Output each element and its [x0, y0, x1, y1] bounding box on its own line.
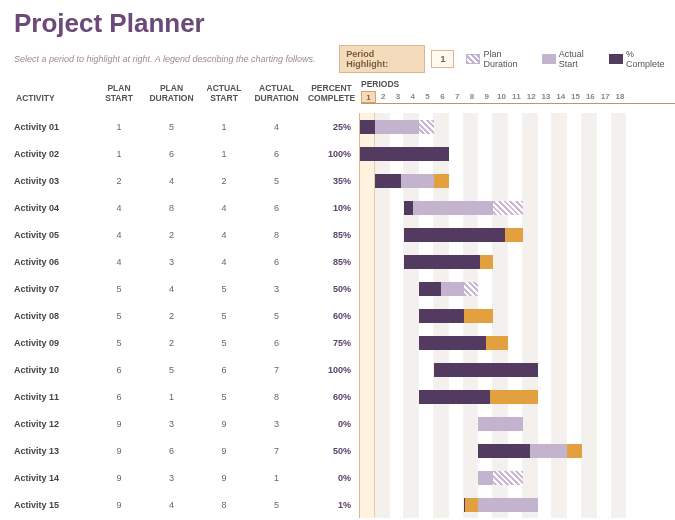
period-number[interactable]: 3	[391, 91, 406, 103]
activity-name[interactable]: Activity 13	[14, 437, 94, 464]
actual-duration-cell[interactable]: 5	[249, 302, 304, 329]
plan-start-cell[interactable]: 9	[94, 464, 144, 491]
percent-complete-cell[interactable]: 1%	[304, 491, 359, 518]
activity-name[interactable]: Activity 15	[14, 491, 94, 518]
plan-duration-cell[interactable]: 3	[144, 248, 199, 275]
actual-duration-cell[interactable]: 6	[249, 329, 304, 356]
activity-name[interactable]: Activity 02	[14, 140, 94, 167]
actual-start-cell[interactable]: 5	[199, 302, 249, 329]
period-number[interactable]: 13	[539, 91, 554, 103]
actual-duration-cell[interactable]: 1	[249, 464, 304, 491]
plan-duration-cell[interactable]: 2	[144, 221, 199, 248]
period-number[interactable]: 14	[553, 91, 568, 103]
plan-start-cell[interactable]: 1	[94, 113, 144, 140]
percent-complete-cell[interactable]: 50%	[304, 275, 359, 302]
percent-complete-cell[interactable]: 60%	[304, 302, 359, 329]
plan-start-cell[interactable]: 9	[94, 437, 144, 464]
actual-duration-cell[interactable]: 8	[249, 383, 304, 410]
percent-complete-cell[interactable]: 60%	[304, 383, 359, 410]
activity-name[interactable]: Activity 11	[14, 383, 94, 410]
actual-start-cell[interactable]: 1	[199, 140, 249, 167]
period-number[interactable]: 15	[568, 91, 583, 103]
actual-start-cell[interactable]: 9	[199, 410, 249, 437]
plan-duration-cell[interactable]: 3	[144, 410, 199, 437]
actual-duration-cell[interactable]: 6	[249, 140, 304, 167]
actual-start-cell[interactable]: 4	[199, 221, 249, 248]
percent-complete-cell[interactable]: 75%	[304, 329, 359, 356]
plan-duration-cell[interactable]: 2	[144, 302, 199, 329]
percent-complete-cell[interactable]: 100%	[304, 356, 359, 383]
actual-start-cell[interactable]: 5	[199, 275, 249, 302]
percent-complete-cell[interactable]: 85%	[304, 221, 359, 248]
activity-name[interactable]: Activity 14	[14, 464, 94, 491]
actual-start-cell[interactable]: 6	[199, 356, 249, 383]
actual-duration-cell[interactable]: 4	[249, 113, 304, 140]
actual-start-cell[interactable]: 9	[199, 464, 249, 491]
activity-name[interactable]: Activity 12	[14, 410, 94, 437]
percent-complete-cell[interactable]: 0%	[304, 410, 359, 437]
plan-start-cell[interactable]: 4	[94, 221, 144, 248]
plan-duration-cell[interactable]: 1	[144, 383, 199, 410]
actual-start-cell[interactable]: 4	[199, 194, 249, 221]
plan-start-cell[interactable]: 5	[94, 275, 144, 302]
activity-name[interactable]: Activity 08	[14, 302, 94, 329]
actual-duration-cell[interactable]: 6	[249, 194, 304, 221]
actual-duration-cell[interactable]: 7	[249, 356, 304, 383]
plan-start-cell[interactable]: 2	[94, 167, 144, 194]
actual-duration-cell[interactable]: 3	[249, 410, 304, 437]
actual-start-cell[interactable]: 5	[199, 383, 249, 410]
plan-duration-cell[interactable]: 2	[144, 329, 199, 356]
period-number[interactable]: 17	[598, 91, 613, 103]
activity-name[interactable]: Activity 03	[14, 167, 94, 194]
plan-start-cell[interactable]: 6	[94, 356, 144, 383]
activity-name[interactable]: Activity 07	[14, 275, 94, 302]
plan-start-cell[interactable]: 4	[94, 248, 144, 275]
period-number[interactable]: 12	[524, 91, 539, 103]
period-number[interactable]: 18	[613, 91, 628, 103]
activity-name[interactable]: Activity 05	[14, 221, 94, 248]
period-number[interactable]: 16	[583, 91, 598, 103]
plan-duration-cell[interactable]: 8	[144, 194, 199, 221]
actual-start-cell[interactable]: 8	[199, 491, 249, 518]
plan-start-cell[interactable]: 5	[94, 302, 144, 329]
actual-start-cell[interactable]: 1	[199, 113, 249, 140]
actual-duration-cell[interactable]: 5	[249, 167, 304, 194]
plan-duration-cell[interactable]: 4	[144, 167, 199, 194]
activity-name[interactable]: Activity 06	[14, 248, 94, 275]
actual-duration-cell[interactable]: 5	[249, 491, 304, 518]
period-number[interactable]: 6	[435, 91, 450, 103]
activity-name[interactable]: Activity 01	[14, 113, 94, 140]
period-number[interactable]: 9	[479, 91, 494, 103]
actual-start-cell[interactable]: 2	[199, 167, 249, 194]
actual-start-cell[interactable]: 9	[199, 437, 249, 464]
period-number[interactable]: 8	[465, 91, 480, 103]
plan-duration-cell[interactable]: 4	[144, 275, 199, 302]
period-number[interactable]: 7	[450, 91, 465, 103]
percent-complete-cell[interactable]: 35%	[304, 167, 359, 194]
plan-start-cell[interactable]: 5	[94, 329, 144, 356]
percent-complete-cell[interactable]: 25%	[304, 113, 359, 140]
period-number[interactable]: 1	[361, 91, 376, 103]
percent-complete-cell[interactable]: 10%	[304, 194, 359, 221]
activity-name[interactable]: Activity 04	[14, 194, 94, 221]
plan-start-cell[interactable]: 4	[94, 194, 144, 221]
period-number[interactable]: 5	[420, 91, 435, 103]
period-number[interactable]: 4	[405, 91, 420, 103]
plan-duration-cell[interactable]: 4	[144, 491, 199, 518]
plan-duration-cell[interactable]: 5	[144, 113, 199, 140]
plan-start-cell[interactable]: 9	[94, 491, 144, 518]
actual-duration-cell[interactable]: 7	[249, 437, 304, 464]
plan-start-cell[interactable]: 1	[94, 140, 144, 167]
actual-start-cell[interactable]: 4	[199, 248, 249, 275]
percent-complete-cell[interactable]: 100%	[304, 140, 359, 167]
period-highlight-input[interactable]: 1	[431, 50, 454, 68]
plan-start-cell[interactable]: 6	[94, 383, 144, 410]
percent-complete-cell[interactable]: 50%	[304, 437, 359, 464]
period-number[interactable]: 10	[494, 91, 509, 103]
plan-duration-cell[interactable]: 3	[144, 464, 199, 491]
percent-complete-cell[interactable]: 85%	[304, 248, 359, 275]
period-number[interactable]: 2	[376, 91, 391, 103]
activity-name[interactable]: Activity 09	[14, 329, 94, 356]
actual-duration-cell[interactable]: 6	[249, 248, 304, 275]
activity-name[interactable]: Activity 10	[14, 356, 94, 383]
